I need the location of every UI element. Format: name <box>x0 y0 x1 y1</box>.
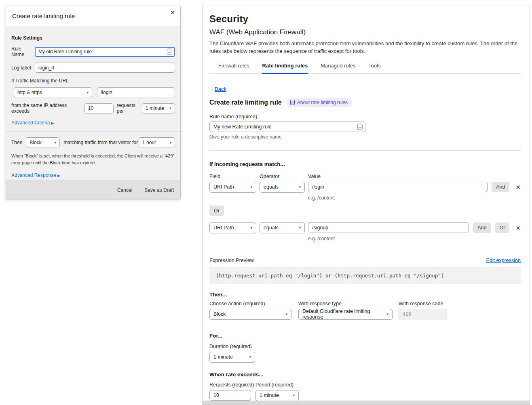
dialog-footer: Cancel Save as Draft <box>6 180 180 199</box>
expression-header: Expression Preview Edit expression <box>209 258 521 263</box>
operator-label: Operator <box>260 174 308 179</box>
chevron-down-icon: ▾ <box>166 141 171 145</box>
block-note-text: When “Block” is set, when the threshold … <box>11 153 175 166</box>
chevron-down-icon: ▾ <box>296 226 301 230</box>
duration-select[interactable]: 1 minute ▾ <box>209 352 255 363</box>
autofill-icon <box>357 124 363 130</box>
tab-tools[interactable]: Tools <box>368 63 380 74</box>
tab-rate-limiting-rules[interactable]: Rate limiting rules <box>262 63 308 74</box>
match-heading: If incoming requests match... <box>209 161 521 167</box>
url-match-row: http & https ▾ <box>14 87 175 97</box>
matching-traffic-text: matching traffic from that visitor for <box>63 140 138 145</box>
for-heading: For... <box>209 333 521 339</box>
chevron-down-icon: ▾ <box>166 106 171 110</box>
traffic-matching-label: If Traffic Matching the URL <box>11 78 175 84</box>
rule-name-label: Rule Name <box>11 46 35 57</box>
dialog-title: Create rate limiting rule <box>12 13 75 19</box>
document-icon <box>290 100 295 105</box>
then-controls: Choose action (required) Block ▾ With re… <box>209 301 521 320</box>
action-select-value: Block <box>30 140 41 145</box>
expression-preview-box: (http.request.uri.path eq "/login") or (… <box>209 267 521 284</box>
panel-bottom-bar <box>203 401 530 405</box>
advanced-criteria-label: Advanced Criteria <box>11 120 50 126</box>
chevron-down-icon: ▾ <box>247 226 252 230</box>
then-text: Then <box>11 140 22 145</box>
requests-input[interactable] <box>209 390 251 401</box>
chevron-down-icon: ▾ <box>246 355 251 359</box>
field-select[interactable]: URI Path ▾ <box>209 182 256 193</box>
disclosure-arrow-icon: ▶ <box>51 121 54 125</box>
operator-select-value: equals <box>264 225 279 231</box>
then-heading: Then... <box>209 292 521 298</box>
response-type-select[interactable]: Default Cloudflare rate limiting respons… <box>298 309 393 320</box>
scheme-select[interactable]: http & https ▾ <box>14 87 92 97</box>
autofill-icon <box>167 49 172 55</box>
log-label-row: Log label <box>11 63 175 73</box>
value-label: Value <box>308 174 321 179</box>
divider <box>6 131 180 132</box>
page-title: Security <box>209 13 521 25</box>
tab-managed-rules[interactable]: Managed rules <box>321 63 355 74</box>
create-rate-limiting-rule-dialog: Create rate limiting rule ✕ Rule Setting… <box>6 6 181 199</box>
value-input[interactable] <box>308 222 469 233</box>
advanced-response-link[interactable]: Advanced Response ▶ <box>11 172 60 178</box>
value-input[interactable] <box>308 182 488 192</box>
rule-name-row: Rule Name <box>11 46 175 57</box>
field-select-value: URI Path <box>213 225 234 231</box>
period-label: Period (required) <box>255 382 299 388</box>
rate-period-select[interactable]: 1 minute ▾ <box>255 390 299 401</box>
save-as-draft-button[interactable]: Save as Draft <box>144 187 174 193</box>
url-pattern-input[interactable] <box>97 87 175 97</box>
or-row: Or <box>209 206 521 216</box>
rule-name-help: Give your rule a descriptive name <box>209 134 521 140</box>
ban-duration-select[interactable]: 1 hour ▾ <box>139 137 175 147</box>
threshold-prefix-text: from the same IP address exceeds <box>11 103 81 114</box>
advanced-criteria-link[interactable]: Advanced Criteria ▶ <box>11 120 54 126</box>
remove-condition-icon[interactable]: ✕ <box>515 225 521 231</box>
action-select[interactable]: Block ▾ <box>26 137 60 147</box>
close-icon[interactable]: ✕ <box>170 10 175 15</box>
rate-exceeds-heading: When rate exceeds... <box>209 371 521 378</box>
about-rate-limiting-badge[interactable]: About rate limiting rules <box>287 98 352 107</box>
rule-name-label: Rule name (required) <box>209 114 521 120</box>
chevron-down-icon: ▾ <box>383 312 388 316</box>
operator-select-value: equals <box>264 184 279 190</box>
cancel-button[interactable]: Cancel <box>117 187 132 193</box>
or-condition-button[interactable]: Or <box>495 222 510 233</box>
log-label-input[interactable] <box>35 63 175 73</box>
response-type-label: With response type <box>298 301 393 306</box>
operator-select[interactable]: equals ▾ <box>260 222 305 233</box>
chevron-down-icon: ▾ <box>247 185 252 189</box>
duration-label: Duration (required) <box>209 344 521 349</box>
edit-expression-link[interactable]: Edit expression <box>486 258 521 263</box>
period-select-value: 1 minute <box>146 105 164 111</box>
period-select[interactable]: 1 minute ▾ <box>142 103 175 113</box>
tab-firewall-rules[interactable]: Firewall rules <box>218 63 249 74</box>
chevron-down-icon: ▾ <box>51 141 57 145</box>
page-description: The Cloudflare WAF provides both automat… <box>209 40 520 55</box>
and-condition-button[interactable]: And <box>473 222 491 233</box>
rule-name-input[interactable] <box>209 122 365 132</box>
scheme-select-value: http & https <box>17 90 42 95</box>
action-select-value: Block <box>213 311 226 317</box>
condition-row: URI Path ▾ equals ▾ And ✕ <box>209 182 521 193</box>
operator-select[interactable]: equals ▾ <box>260 182 305 193</box>
or-condition-button[interactable]: Or <box>209 206 224 216</box>
disclosure-arrow-icon: ▶ <box>57 174 60 178</box>
and-condition-button[interactable]: And <box>492 182 509 192</box>
field-select-value: URI Path <box>213 184 234 190</box>
badge-label: About rate limiting rules <box>297 100 348 105</box>
action-select[interactable]: Block ▾ <box>209 309 291 320</box>
rate-period-select-value: 1 minute <box>260 392 279 398</box>
rule-name-input[interactable] <box>35 47 175 57</box>
back-link[interactable]: ←Back <box>209 86 226 92</box>
threshold-input[interactable] <box>84 103 114 113</box>
expression-preview-label: Expression Preview <box>209 258 254 263</box>
dialog-body: Rule Settings Rule Name Log label If Tra… <box>6 26 180 202</box>
field-select[interactable]: URI Path ▾ <box>209 222 256 233</box>
remove-condition-icon[interactable]: ✕ <box>515 184 521 190</box>
rate-controls: Requests (required) Period (required) 1 … <box>209 382 521 401</box>
value-help: e.g. /content <box>308 236 521 241</box>
choose-action-label: Choose action (required) <box>209 301 291 306</box>
requests-per-text: requests per <box>117 103 142 114</box>
